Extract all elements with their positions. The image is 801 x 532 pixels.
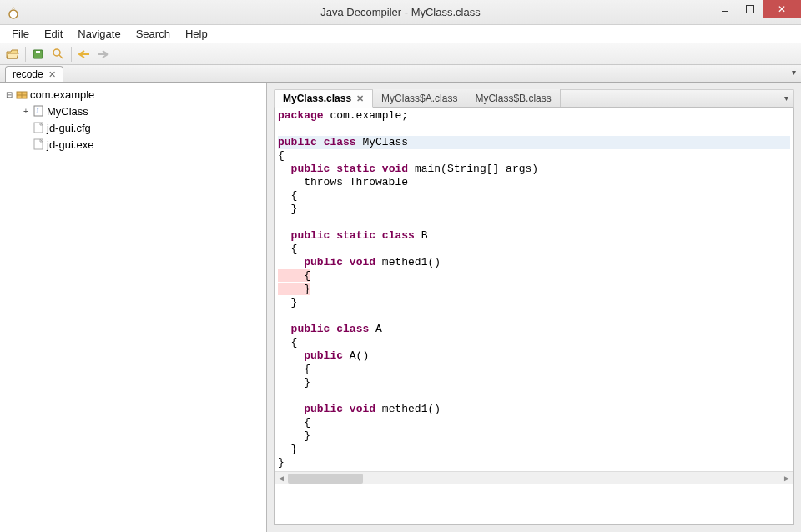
toolbar-separator: [71, 47, 72, 62]
tabs-overflow-icon[interactable]: ▾: [792, 68, 796, 77]
file-icon: [32, 121, 45, 134]
toolbar-separator: [25, 47, 26, 62]
sidebar-tab-label: recode: [13, 68, 43, 80]
tabs-overflow-icon[interactable]: ▾: [784, 93, 788, 103]
scroll-right-icon[interactable]: ►: [780, 474, 793, 483]
tree-label: com.example: [30, 88, 94, 101]
open-icon[interactable]: [3, 46, 22, 63]
svg-text:J: J: [36, 107, 39, 115]
find-icon[interactable]: [49, 46, 68, 63]
menu-file[interactable]: File: [5, 26, 36, 42]
menu-edit[interactable]: Edit: [38, 26, 69, 42]
editor-tab[interactable]: MyClass.class ✕: [275, 90, 373, 108]
menu-help[interactable]: Help: [179, 26, 214, 42]
editor-tab[interactable]: MyClass$A.class: [373, 89, 466, 107]
editor-area: MyClass.class ✕ MyClass$A.class MyClass$…: [267, 83, 801, 532]
tree-node-file[interactable]: jd-gui.cfg: [2, 119, 264, 136]
expand-icon[interactable]: +: [22, 107, 30, 116]
menu-search[interactable]: Search: [129, 26, 177, 42]
tree-node-package[interactable]: ⊟ com.example: [2, 86, 264, 103]
editor-tabstrip: MyClass.class ✕ MyClass$A.class MyClass$…: [274, 89, 794, 108]
menu-bar: File Edit Navigate Search Help: [0, 25, 801, 43]
sidebar-tree: ⊟ com.example + J MyClass jd-gui.cfg: [0, 83, 267, 532]
close-icon[interactable]: ✕: [48, 69, 56, 80]
save-icon[interactable]: [29, 46, 48, 63]
horizontal-scrollbar[interactable]: ◄ ►: [275, 471, 793, 484]
svg-point-0: [9, 10, 18, 18]
sidebar-tab-recode[interactable]: recode ✕: [5, 66, 63, 82]
class-icon: J: [32, 104, 45, 118]
tree-label: jd-gui.exe: [47, 138, 93, 151]
close-button[interactable]: ✕: [763, 0, 801, 18]
svg-point-3: [53, 49, 60, 56]
file-icon: [32, 138, 45, 151]
window-title: Java Decompiler - MyClass.class: [320, 6, 480, 18]
svg-rect-2: [36, 51, 40, 53]
maximize-button[interactable]: [738, 0, 763, 18]
back-icon[interactable]: [75, 46, 93, 63]
package-icon: [15, 88, 28, 101]
tree-label: jd-gui.cfg: [47, 122, 91, 134]
editor-tab[interactable]: MyClass$B.class: [466, 89, 560, 107]
tree-label: MyClass: [47, 105, 88, 118]
editor-tab-label: MyClass.class: [283, 93, 351, 104]
collapse-icon[interactable]: ⊟: [5, 90, 13, 99]
scrollbar-thumb[interactable]: [288, 474, 363, 484]
sidebar-tabstrip: recode ✕ ▾: [0, 65, 801, 83]
menu-navigate[interactable]: Navigate: [71, 26, 127, 42]
forward-icon[interactable]: [95, 46, 113, 63]
editor-tab-label: MyClass$A.class: [381, 93, 457, 104]
main-area: ⊟ com.example + J MyClass jd-gui.cfg: [0, 83, 801, 532]
app-icon: [7, 6, 20, 19]
toolbar: [0, 43, 801, 65]
tree-node-file[interactable]: jd-gui.exe: [2, 136, 264, 153]
close-icon[interactable]: ✕: [356, 93, 364, 104]
minimize-button[interactable]: [713, 0, 738, 18]
code-content: package com.example; public class MyClas…: [275, 108, 793, 471]
svg-line-4: [59, 55, 63, 58]
tree-node-class[interactable]: + J MyClass: [2, 103, 264, 119]
editor-tab-label: MyClass$B.class: [475, 93, 551, 104]
window-controls: ✕: [713, 0, 801, 18]
scroll-left-icon[interactable]: ◄: [275, 474, 288, 483]
code-viewer[interactable]: package com.example; public class MyClas…: [274, 108, 794, 525]
title-bar: Java Decompiler - MyClass.class ✕: [0, 0, 801, 25]
